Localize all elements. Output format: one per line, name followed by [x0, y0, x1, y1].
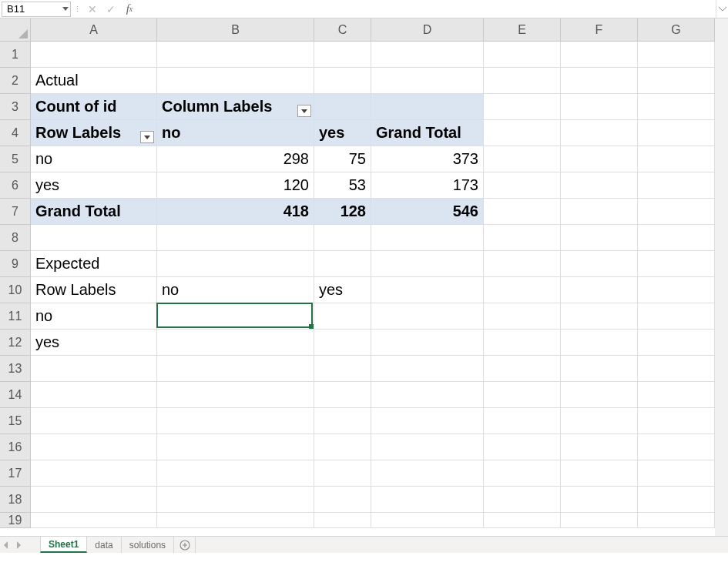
row-header[interactable]: 14 [0, 382, 30, 408]
row-header[interactable]: 2 [0, 68, 30, 94]
cell[interactable]: 546 [371, 199, 484, 225]
cell[interactable] [157, 434, 314, 460]
cell[interactable]: 53 [314, 172, 371, 199]
cell[interactable] [314, 251, 371, 277]
cell[interactable] [638, 434, 715, 460]
cell[interactable] [638, 460, 715, 487]
column-header[interactable]: D [371, 18, 484, 41]
cell[interactable] [484, 330, 561, 356]
cell[interactable] [561, 251, 638, 277]
cell[interactable]: Actual [31, 68, 157, 94]
cell[interactable] [561, 487, 638, 513]
cell[interactable] [484, 94, 561, 120]
cell[interactable] [638, 330, 715, 356]
column-header[interactable]: G [638, 18, 715, 41]
cell[interactable]: yes [31, 330, 157, 356]
cell[interactable]: Row Labels [31, 277, 157, 303]
cell[interactable]: no [31, 303, 157, 330]
row-header[interactable]: 17 [0, 460, 30, 487]
cell[interactable] [314, 303, 371, 330]
cell[interactable] [157, 251, 314, 277]
cell[interactable]: 75 [314, 146, 371, 172]
column-header[interactable]: A [31, 18, 157, 41]
cell[interactable] [561, 330, 638, 356]
cell[interactable] [561, 356, 638, 382]
column-header[interactable]: E [484, 18, 561, 41]
cell[interactable] [31, 42, 157, 68]
add-sheet-button[interactable] [174, 537, 196, 553]
sheet-tab[interactable]: data [87, 537, 121, 553]
row-header[interactable]: 15 [0, 408, 30, 434]
cell[interactable] [561, 146, 638, 172]
cell[interactable] [31, 356, 157, 382]
sheet-tab[interactable]: solutions [122, 537, 174, 553]
cell[interactable] [484, 42, 561, 68]
cell[interactable] [561, 120, 638, 146]
cell[interactable] [484, 382, 561, 408]
vertical-scrollbar[interactable] [715, 18, 728, 536]
cell[interactable] [371, 513, 484, 528]
cell[interactable]: yes [31, 172, 157, 199]
cell[interactable] [31, 382, 157, 408]
column-header[interactable]: F [561, 18, 638, 41]
cell[interactable] [484, 225, 561, 251]
cell[interactable] [561, 225, 638, 251]
cell[interactable] [638, 172, 715, 199]
cell[interactable] [314, 225, 371, 251]
cell[interactable] [638, 408, 715, 434]
cell[interactable] [484, 434, 561, 460]
cell[interactable]: 373 [371, 146, 484, 172]
cell[interactable] [484, 408, 561, 434]
row-header[interactable]: 12 [0, 330, 30, 356]
cell[interactable] [561, 434, 638, 460]
cell[interactable] [484, 277, 561, 303]
cell[interactable] [31, 408, 157, 434]
cell[interactable] [371, 94, 484, 120]
cell[interactable] [314, 68, 371, 94]
cell[interactable] [31, 487, 157, 513]
cell[interactable] [157, 487, 314, 513]
tab-nav-prev[interactable] [0, 537, 12, 553]
cell[interactable]: Grand Total [31, 199, 157, 225]
cell[interactable] [31, 513, 157, 528]
cell[interactable] [638, 277, 715, 303]
cell[interactable] [157, 42, 314, 68]
tab-nav-next[interactable] [12, 537, 25, 553]
cell[interactable] [638, 94, 715, 120]
cell[interactable] [484, 487, 561, 513]
dropdown-icon[interactable] [62, 7, 69, 11]
cell[interactable] [638, 487, 715, 513]
cell[interactable]: Row Labels [31, 120, 157, 146]
cell[interactable]: 128 [314, 199, 371, 225]
cell[interactable]: 298 [157, 146, 314, 172]
cell[interactable] [561, 172, 638, 199]
cell[interactable] [314, 487, 371, 513]
cell[interactable] [561, 68, 638, 94]
cell[interactable] [484, 120, 561, 146]
spreadsheet-grid[interactable]: ABCDEFG 12345678910111213141516171819 Ac… [0, 18, 728, 553]
cell[interactable] [371, 487, 484, 513]
cell[interactable]: 173 [371, 172, 484, 199]
cell[interactable] [484, 356, 561, 382]
cell[interactable] [371, 356, 484, 382]
cell[interactable] [157, 330, 314, 356]
row-header[interactable]: 13 [0, 356, 30, 382]
row-header[interactable]: 9 [0, 251, 30, 277]
fx-button[interactable]: fx [120, 2, 139, 17]
select-all-corner[interactable] [0, 18, 31, 42]
cell[interactable] [157, 225, 314, 251]
cell[interactable] [561, 94, 638, 120]
cell[interactable] [561, 460, 638, 487]
row-header[interactable]: 7 [0, 199, 30, 225]
row-header[interactable]: 11 [0, 303, 30, 330]
cell[interactable] [371, 225, 484, 251]
cell[interactable] [371, 460, 484, 487]
cell[interactable] [31, 434, 157, 460]
cell[interactable]: 120 [157, 172, 314, 199]
cell[interactable]: Count of id [31, 94, 157, 120]
cell[interactable] [157, 513, 314, 528]
cell[interactable] [561, 303, 638, 330]
cell[interactable] [484, 251, 561, 277]
sheet-tab[interactable]: Sheet1 [40, 537, 87, 553]
cell[interactable] [371, 382, 484, 408]
